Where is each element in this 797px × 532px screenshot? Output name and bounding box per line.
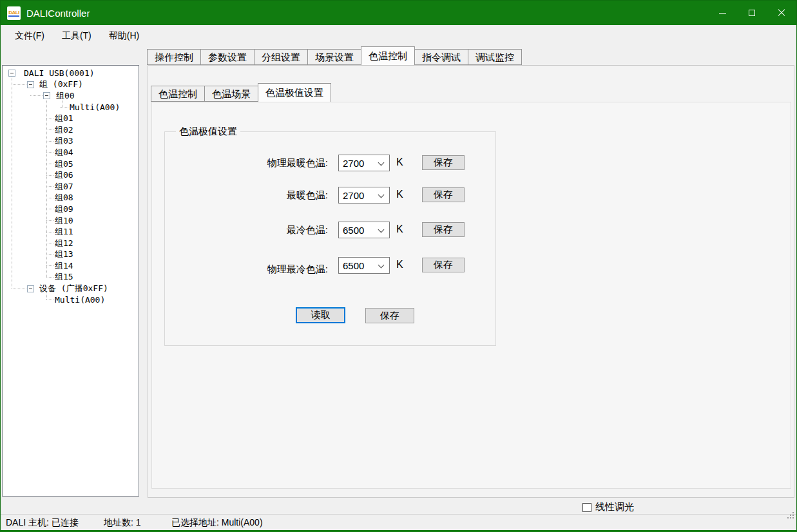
sub-tab-strip: 色温控制 色温场景 色温极值设置 xyxy=(151,85,331,102)
tree-guide-line xyxy=(12,77,12,289)
tree-guide-line xyxy=(62,100,63,108)
menu-bar: 文件(F) 工具(T) 帮助(H) xyxy=(1,25,796,47)
minimize-icon xyxy=(719,13,726,14)
chevron-down-icon xyxy=(378,227,385,233)
tree-item-group07[interactable]: 组07 xyxy=(3,181,138,193)
status-selected-address: 已选择地址: Multi(A00) xyxy=(171,517,263,529)
checkbox-label: 线性调光 xyxy=(595,501,634,513)
group-box-title: 色温极值设置 xyxy=(176,126,240,138)
tree-item-group15[interactable]: 组15 xyxy=(3,272,138,283)
limits-group-box: 色温极值设置 物理最暖色温: 2700 K 保存 最暖色温: 2700 xyxy=(164,131,496,346)
status-host-connection: DALI 主机: 已连接 xyxy=(6,517,79,529)
tab-debug-monitor[interactable]: 调试监控 xyxy=(468,49,522,65)
save-physical-coolest-button[interactable]: 保存 xyxy=(422,258,465,272)
field-label: 最冷色温: xyxy=(165,224,328,236)
field-label: 物理最暖色温: xyxy=(165,157,328,169)
tree-item-device-broadcast[interactable]: 设备 (广播0xFF) xyxy=(3,283,138,294)
tab-operation-control[interactable]: 操作控制 xyxy=(147,49,201,65)
subtab-color-temp-control[interactable]: 色温控制 xyxy=(151,86,205,102)
chevron-down-icon xyxy=(378,192,385,198)
subtab-color-temp-scene[interactable]: 色温场景 xyxy=(204,86,258,102)
app-icon: DALI xyxy=(7,6,21,20)
tree-item-group10[interactable]: 组10 xyxy=(3,215,138,227)
tab-scene-settings[interactable]: 场景设置 xyxy=(307,49,361,65)
device-tree: DALI USB(0001) 组 (0xFF) 组00 Multi(A00) 组… xyxy=(3,66,138,495)
tree-item-group11[interactable]: 组11 xyxy=(3,226,138,238)
collapse-icon[interactable] xyxy=(43,92,50,99)
save-warmest-button[interactable]: 保存 xyxy=(422,187,465,202)
tree-item-group-root[interactable]: 组 (0xFF) xyxy=(3,79,138,91)
main-tab-strip: 操作控制 参数设置 分组设置 场景设置 色温控制 指令调试 调试监控 xyxy=(148,48,522,65)
tree-item-group12[interactable]: 组12 xyxy=(3,238,138,249)
field-label: 物理最冷色温: xyxy=(165,263,328,276)
tree-item-group13[interactable]: 组13 xyxy=(3,249,138,261)
menu-tools[interactable]: 工具(T) xyxy=(53,25,100,47)
tree-item-group04[interactable]: 组04 xyxy=(3,147,138,158)
warmest-combobox[interactable]: 2700 xyxy=(338,187,390,204)
status-bar: DALI 主机: 已连接 地址数: 1 已选择地址: Multi(A00) xyxy=(1,514,796,531)
tab-command-debug[interactable]: 指令调试 xyxy=(414,49,468,65)
resize-grip[interactable] xyxy=(792,517,794,518)
tree-item-group08[interactable]: 组08 xyxy=(3,193,138,204)
status-address-count: 地址数: 1 xyxy=(104,517,141,529)
collapse-icon[interactable] xyxy=(27,81,34,88)
menu-file[interactable]: 文件(F) xyxy=(6,25,53,47)
menu-help[interactable]: 帮助(H) xyxy=(101,25,148,47)
unit-label: K xyxy=(396,189,403,200)
tree-item-multi-a00[interactable]: Multi(A00) xyxy=(3,102,138,113)
minimize-button[interactable] xyxy=(707,1,737,25)
tree-guide-line xyxy=(46,292,47,300)
tree-item-group06[interactable]: 组06 xyxy=(3,169,138,181)
physical-coolest-combobox[interactable]: 6500 xyxy=(338,257,390,274)
coolest-combobox[interactable]: 6500 xyxy=(338,222,390,238)
tree-item-group00[interactable]: 组00 xyxy=(3,90,138,102)
field-label: 最暖色温: xyxy=(165,189,328,202)
tree-item-dali-usb[interactable]: DALI USB(0001) xyxy=(3,68,138,79)
window-title: DALIController xyxy=(26,8,90,19)
unit-label: K xyxy=(396,157,403,168)
linear-dimming-option: 线性调光 xyxy=(582,501,634,513)
tab-grouping-settings[interactable]: 分组设置 xyxy=(254,49,308,65)
physical-warmest-combobox[interactable]: 2700 xyxy=(338,155,390,171)
tree-item-group14[interactable]: 组14 xyxy=(3,260,138,272)
save-all-button[interactable]: 保存 xyxy=(365,308,414,323)
tree-item-group01[interactable]: 组01 xyxy=(3,113,138,124)
collapse-icon[interactable] xyxy=(27,285,34,292)
tree-item-group05[interactable]: 组05 xyxy=(3,158,138,170)
window-controls xyxy=(707,1,796,25)
title-bar: DALI DALIController xyxy=(1,1,796,25)
tree-item-multi-a00-device[interactable]: Multi(A00) xyxy=(3,294,138,306)
tree-guide-line xyxy=(46,100,47,278)
subtab-color-temp-limits[interactable]: 色温极值设置 xyxy=(258,83,331,102)
tree-item-group03[interactable]: 组03 xyxy=(3,136,138,147)
save-coolest-button[interactable]: 保存 xyxy=(422,222,465,237)
maximize-button[interactable] xyxy=(737,1,767,25)
color-temp-control-page: 色温控制 色温场景 色温极值设置 色温极值设置 物理最暖色温: 2700 K 保… xyxy=(148,65,794,498)
device-tree-panel: DALI USB(0001) 组 (0xFF) 组00 Multi(A00) 组… xyxy=(2,65,139,497)
close-button[interactable] xyxy=(767,1,796,25)
save-physical-warmest-button[interactable]: 保存 xyxy=(422,155,465,170)
maximize-icon xyxy=(749,10,755,16)
chevron-down-icon xyxy=(378,160,385,166)
collapse-icon[interactable] xyxy=(8,70,15,77)
tree-item-group09[interactable]: 组09 xyxy=(3,204,138,215)
unit-label: K xyxy=(396,259,403,271)
unit-label: K xyxy=(396,223,403,235)
close-icon xyxy=(778,9,785,17)
app-window: DALI DALIController 文件(F) 工具(T) 帮助(H) DA… xyxy=(0,0,797,532)
tree-item-group02[interactable]: 组02 xyxy=(3,124,138,136)
tab-parameter-settings[interactable]: 参数设置 xyxy=(200,49,254,65)
tab-color-temp-control[interactable]: 色温控制 xyxy=(361,46,415,65)
chevron-down-icon xyxy=(378,262,385,269)
linear-dimming-checkbox[interactable] xyxy=(582,503,591,512)
read-button[interactable]: 读取 xyxy=(296,307,345,323)
color-temp-limits-page: 色温极值设置 物理最暖色温: 2700 K 保存 最暖色温: 2700 xyxy=(151,102,791,489)
